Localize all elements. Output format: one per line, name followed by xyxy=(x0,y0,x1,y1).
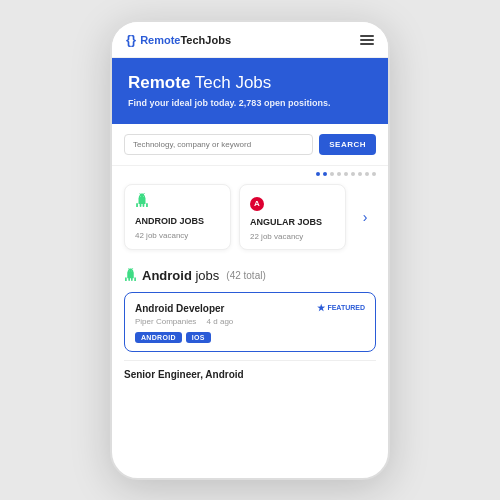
brand-tech: TechJobs xyxy=(180,34,231,46)
angular-icon: A xyxy=(250,193,335,211)
categories-next-arrow[interactable]: › xyxy=(354,209,376,225)
featured-icon: ★ xyxy=(317,303,325,313)
section-android-icon xyxy=(124,268,137,284)
dot-8[interactable] xyxy=(365,172,369,176)
job-card-header: Android Developer ★ FEATURED xyxy=(135,303,365,314)
hero-title-bold: Remote xyxy=(128,73,190,92)
dot-4[interactable] xyxy=(337,172,341,176)
search-button[interactable]: SEARCH xyxy=(319,134,376,155)
category-android[interactable]: ANDROID JOBS 42 job vacancy xyxy=(124,184,231,250)
brand: {} RemoteTechJobs xyxy=(126,32,231,47)
hamburger-line-2 xyxy=(360,39,374,41)
job-tags-1: ANDROID IOS xyxy=(135,332,365,343)
android-icon xyxy=(135,193,220,210)
dot-3[interactable] xyxy=(330,172,334,176)
dot-1[interactable] xyxy=(316,172,320,176)
angular-vacancy: 22 job vacancy xyxy=(250,232,335,241)
carousel-dots xyxy=(112,166,388,178)
job-time-1: 4 d ago xyxy=(207,317,234,326)
tag-ios[interactable]: IOS xyxy=(186,332,211,343)
hero-title-rest: Tech Jobs xyxy=(190,73,271,92)
job-company-1: Piper Companies xyxy=(135,317,196,326)
hamburger-line-1 xyxy=(360,35,374,37)
featured-badge: ★ FEATURED xyxy=(317,303,365,313)
search-input[interactable] xyxy=(124,134,313,155)
dot-5[interactable] xyxy=(344,172,348,176)
dot-2[interactable] xyxy=(323,172,327,176)
menu-button[interactable] xyxy=(360,35,374,45)
section-title: Android jobs xyxy=(142,268,219,283)
hero-positions-label: open positions. xyxy=(264,98,331,108)
hero-count: 2,783 xyxy=(239,98,262,108)
section-title-bold: Android xyxy=(142,268,192,283)
hero-title: Remote Tech Jobs xyxy=(128,72,372,94)
hero-subtitle: Find your ideal job today. 2,783 open po… xyxy=(128,98,372,108)
category-angular[interactable]: A ANGULAR JOBS 22 job vacancy xyxy=(239,184,346,250)
hamburger-line-3 xyxy=(360,43,374,45)
dot-7[interactable] xyxy=(358,172,362,176)
section-title-rest: jobs xyxy=(192,268,219,283)
brand-label: RemoteTechJobs xyxy=(140,34,231,46)
brand-remote: Remote xyxy=(140,34,180,46)
categories-section: ANDROID JOBS 42 job vacancy A ANGULAR JO… xyxy=(112,178,388,260)
navbar: {} RemoteTechJobs xyxy=(112,22,388,58)
section-count: (42 total) xyxy=(226,270,265,281)
angular-category-title: ANGULAR JOBS xyxy=(250,217,335,228)
phone-frame: {} RemoteTechJobs Remote Tech Jobs Find … xyxy=(110,20,390,480)
job-title-1: Android Developer xyxy=(135,303,224,314)
dot-9[interactable] xyxy=(372,172,376,176)
angular-badge: A xyxy=(250,197,264,211)
android-category-title: ANDROID JOBS xyxy=(135,216,220,227)
featured-label: FEATURED xyxy=(327,304,365,311)
job-card-1[interactable]: Android Developer ★ FEATURED Piper Compa… xyxy=(124,292,376,352)
hero-subtitle-text: Find your ideal job today. xyxy=(128,98,236,108)
job-item-2[interactable]: Senior Engineer, Android xyxy=(124,360,376,388)
section-header: Android jobs (42 total) xyxy=(124,268,376,284)
brand-icon: {} xyxy=(126,32,136,47)
android-vacancy: 42 job vacancy xyxy=(135,231,220,240)
tag-android[interactable]: ANDROID xyxy=(135,332,182,343)
hero-section: Remote Tech Jobs Find your ideal job tod… xyxy=(112,58,388,124)
android-jobs-section: Android jobs (42 total) Android Develope… xyxy=(112,260,388,478)
dot-6[interactable] xyxy=(351,172,355,176)
phone-content: {} RemoteTechJobs Remote Tech Jobs Find … xyxy=(112,22,388,478)
search-bar: SEARCH xyxy=(112,124,388,166)
job-meta-1: Piper Companies 4 d ago xyxy=(135,317,365,326)
job-title-2: Senior Engineer, Android xyxy=(124,369,376,380)
